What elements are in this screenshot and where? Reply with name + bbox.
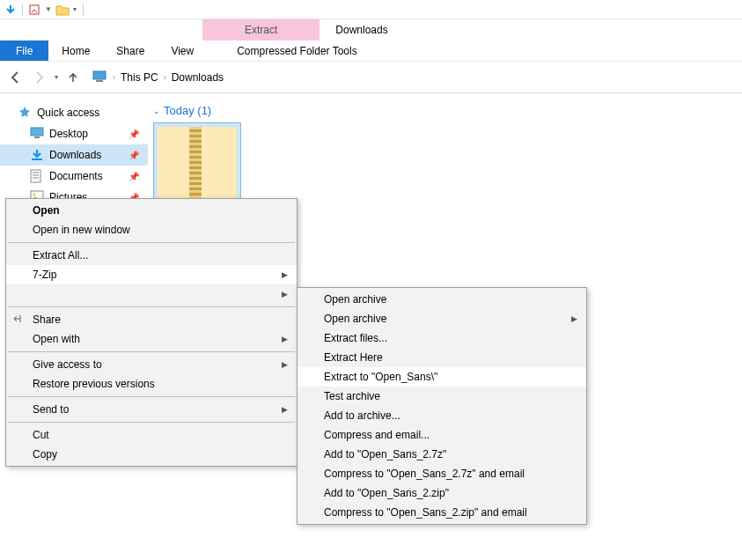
cm-open[interactable]: Open — [6, 201, 297, 220]
chevron-right-icon: ▶ — [282, 405, 288, 414]
tab-home[interactable]: Home — [48, 41, 103, 61]
cm-7z-extract-to-folder[interactable]: Extract to "Open_Sans\" — [298, 367, 586, 387]
cm-restore-previous-versions[interactable]: Restore previous versions — [6, 374, 297, 394]
svg-rect-4 — [34, 136, 40, 138]
chevron-right-icon: ▶ — [282, 270, 288, 279]
group-header-label: Today (1) — [164, 104, 211, 117]
breadcrumb[interactable]: › This PC › Downloads — [88, 70, 224, 85]
tab-compressed-folder-tools[interactable]: Compressed Folder Tools — [219, 41, 375, 61]
nav-back-button[interactable] — [5, 68, 25, 87]
nav-history-dropdown[interactable]: ▾ — [55, 73, 58, 81]
cm-open-with[interactable]: Open with▶ — [6, 329, 297, 349]
cm-separator — [8, 396, 295, 397]
contextual-tab-extract: Extract — [202, 19, 320, 41]
cm-separator — [8, 242, 295, 243]
titlebar: ▼ ▾ — [0, 0, 742, 19]
context-menu-primary: Open Open in new window Extract All... 7… — [5, 198, 298, 467]
folder-icon[interactable] — [55, 3, 70, 17]
tab-view[interactable]: View — [158, 41, 207, 61]
breadcrumb-current[interactable]: Downloads — [172, 71, 224, 84]
chevron-right-icon[interactable]: › — [160, 73, 170, 82]
cm-separator — [8, 422, 295, 423]
cm-blank-submenu[interactable]: ▶ — [6, 284, 297, 304]
zip-file-icon — [158, 127, 237, 206]
chevron-down-icon: ⌄ — [153, 107, 160, 115]
pin-icon: 📌 — [129, 172, 139, 181]
cm-7z-compress-email[interactable]: Compress and email... — [298, 425, 586, 445]
share-icon — [11, 313, 26, 327]
sidebar-quick-access[interactable]: Quick access — [0, 102, 148, 123]
tab-share[interactable]: Share — [103, 41, 158, 61]
cm-7z-add-to-7z[interactable]: Add to "Open_Sans_2.7z" — [298, 445, 586, 464]
nav-up-button[interactable] — [63, 68, 83, 87]
sidebar-item-desktop[interactable]: Desktop 📌 — [0, 123, 148, 144]
cm-separator — [8, 306, 295, 307]
chevron-right-icon[interactable]: › — [109, 73, 119, 82]
chevron-right-icon: ▶ — [282, 290, 288, 298]
qat-dropdown-icon[interactable]: ▼ — [43, 5, 54, 13]
cm-give-access-to[interactable]: Give access to▶ — [6, 355, 297, 374]
nav-bar: ▾ › This PC › Downloads — [0, 62, 742, 93]
cm-7z-compress-zip-email[interactable]: Compress to "Open_Sans_2.zip" and email — [298, 503, 586, 522]
svg-rect-6 — [31, 170, 40, 182]
pin-icon: 📌 — [129, 151, 139, 160]
svg-point-11 — [33, 194, 36, 196]
sidebar-item-label: Desktop — [49, 128, 88, 140]
qat-separator — [22, 4, 23, 16]
documents-icon — [30, 169, 44, 183]
chevron-right-icon: ▶ — [571, 314, 577, 323]
downloads-icon — [30, 148, 44, 162]
nav-forward-button[interactable] — [30, 68, 49, 87]
desktop-icon — [30, 127, 44, 141]
sidebar-item-downloads[interactable]: Downloads 📌 — [0, 144, 148, 166]
cm-7z-add-to-zip[interactable]: Add to "Open_Sans_2.zip" — [298, 483, 586, 503]
chevron-right-icon: ▶ — [282, 335, 288, 343]
sidebar-item-label: Downloads — [49, 149, 101, 161]
qat-separator — [83, 4, 84, 16]
cm-7z-add-to-archive[interactable]: Add to archive... — [298, 406, 586, 425]
properties-icon[interactable] — [27, 3, 41, 17]
cm-send-to[interactable]: Send to▶ — [6, 400, 297, 419]
cm-separator — [8, 351, 295, 352]
sidebar-item-documents[interactable]: Documents 📌 — [0, 166, 148, 187]
svg-rect-3 — [31, 128, 43, 136]
cm-7z-compress-7z-email[interactable]: Compress to "Open_Sans_2.7z" and email — [298, 464, 586, 483]
down-arrow-icon[interactable] — [4, 3, 18, 17]
breadcrumb-pc-icon — [92, 70, 107, 85]
svg-rect-5 — [32, 158, 42, 160]
qat-customize-dropdown-icon[interactable]: ▾ — [71, 5, 78, 13]
sidebar-item-label: Documents — [49, 170, 103, 182]
sidebar-quick-access-label: Quick access — [37, 107, 99, 119]
cm-cut[interactable]: Cut — [6, 425, 297, 445]
quick-access-toolbar: ▼ ▾ — [0, 3, 86, 17]
star-icon — [18, 106, 32, 120]
svg-rect-2 — [96, 80, 103, 82]
cm-open-new-window[interactable]: Open in new window — [6, 220, 297, 239]
cm-7z-extract-files[interactable]: Extract files... — [298, 328, 586, 348]
window-title: Downloads — [320, 19, 403, 41]
pin-icon: 📌 — [129, 129, 139, 139]
contextual-tab-row: Extract Downloads — [0, 19, 742, 41]
cm-7z-test-archive[interactable]: Test archive — [298, 387, 586, 406]
tab-file[interactable]: File — [0, 41, 48, 61]
cm-7zip[interactable]: 7-Zip▶ — [6, 265, 297, 284]
group-header-today[interactable]: ⌄ Today (1) — [153, 100, 742, 122]
chevron-right-icon: ▶ — [282, 360, 288, 369]
cm-7z-open-archive[interactable]: Open archive — [298, 290, 586, 309]
cm-7z-extract-here[interactable]: Extract Here — [298, 348, 586, 367]
cm-extract-all[interactable]: Extract All... — [6, 246, 297, 265]
svg-rect-1 — [93, 71, 106, 79]
cm-share[interactable]: Share — [6, 310, 297, 329]
context-menu-7zip-submenu: Open archive Open archive▶ Extract files… — [297, 287, 587, 525]
breadcrumb-root[interactable]: This PC — [121, 71, 158, 84]
cm-7z-open-archive-sub[interactable]: Open archive▶ — [298, 309, 586, 328]
cm-copy[interactable]: Copy — [6, 445, 297, 464]
ribbon-tabs: File Home Share View Compressed Folder T… — [0, 41, 742, 62]
